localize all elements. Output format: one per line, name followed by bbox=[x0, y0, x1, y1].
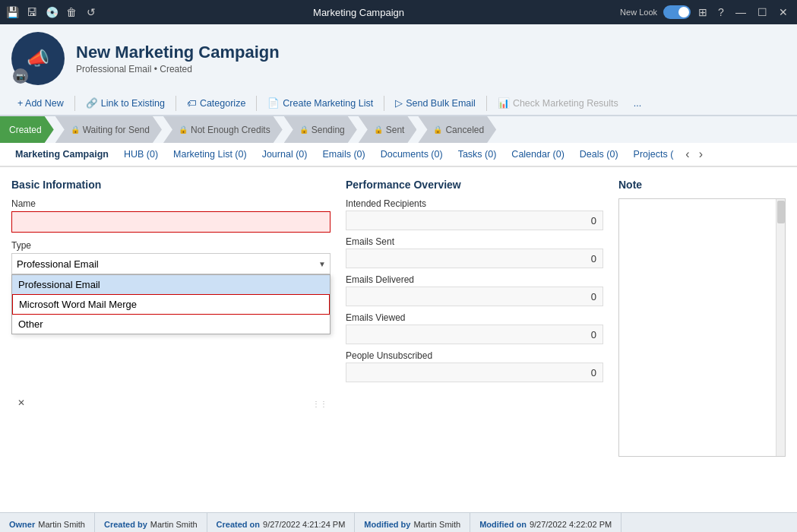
emails-viewed-field: Emails Viewed 0 bbox=[346, 312, 603, 344]
resize-handle-icon[interactable]: ⋮⋮ bbox=[312, 400, 327, 408]
owner-value: Martin Smith bbox=[38, 520, 85, 529]
type-dropdown[interactable]: Professional Email ▼ bbox=[11, 253, 331, 274]
emails-delivered-label: Emails Delivered bbox=[346, 274, 603, 285]
title-bar-right: New Look ⊞ ? — ☐ ✕ bbox=[620, 5, 791, 20]
toolbar-separator-2 bbox=[176, 96, 176, 111]
link-icon: 🔗 bbox=[86, 97, 98, 109]
toolbar-separator-4 bbox=[384, 96, 384, 111]
tab-tasks[interactable]: Tasks (0) bbox=[451, 143, 504, 167]
help-icon[interactable]: ? bbox=[715, 6, 727, 18]
emails-sent-value: 0 bbox=[346, 249, 603, 268]
lock-icon-5: 🔒 bbox=[433, 125, 442, 134]
dropdown-item-word-mail-merge[interactable]: Microsoft Word Mail Merge bbox=[12, 294, 330, 315]
modified-on-label: Modified on bbox=[479, 520, 527, 529]
note-scrollbar-thumb bbox=[777, 201, 785, 223]
status-owner[interactable]: Owner Martin Smith bbox=[0, 513, 95, 532]
dropdown-item-other[interactable]: Other bbox=[12, 315, 330, 334]
floppy-icon[interactable]: 💿 bbox=[46, 6, 58, 18]
workflow-step-waiting[interactable]: 🔒 Waiting for Send bbox=[55, 116, 162, 143]
emails-delivered-field: Emails Delivered 0 bbox=[346, 274, 603, 306]
save-as-icon[interactable]: 🖫 bbox=[26, 6, 38, 18]
created-on-value: 9/27/2022 4:21:24 PM bbox=[263, 520, 345, 529]
emails-sent-field: Emails Sent 0 bbox=[346, 236, 603, 268]
workflow-step-created[interactable]: Created bbox=[0, 116, 54, 143]
status-modified-on[interactable]: Modified on 9/27/2022 4:22:02 PM bbox=[470, 513, 621, 532]
workflow-step-sending[interactable]: 🔒 Sending bbox=[284, 116, 357, 143]
modified-by-label: Modified by bbox=[364, 520, 410, 529]
performance-overview-section: Performance Overview Intended Recipients… bbox=[346, 179, 603, 501]
tab-documents[interactable]: Documents (0) bbox=[373, 143, 451, 167]
performance-overview-title: Performance Overview bbox=[346, 179, 603, 191]
toolbar-separator-5 bbox=[486, 96, 487, 111]
camera-icon[interactable]: 📷 bbox=[13, 68, 28, 84]
tab-journal[interactable]: Journal (0) bbox=[255, 143, 315, 167]
lock-icon-3: 🔒 bbox=[299, 125, 308, 134]
send-icon: ▷ bbox=[395, 97, 403, 109]
save-icon[interactable]: 💾 bbox=[6, 6, 18, 18]
send-bulk-email-button[interactable]: ▷ Send Bulk Email bbox=[389, 94, 482, 112]
type-field: Type Professional Email ▼ Professional E… bbox=[11, 240, 331, 411]
more-button[interactable]: ... bbox=[628, 95, 647, 112]
megaphone-icon: 📣 bbox=[27, 48, 49, 69]
toolbar-separator bbox=[74, 96, 75, 111]
dropdown-item-professional-email[interactable]: Professional Email bbox=[12, 275, 330, 294]
tab-nav-prev[interactable]: ‹ bbox=[681, 144, 694, 164]
categorize-button[interactable]: 🏷 Categorize bbox=[181, 95, 251, 112]
close-button[interactable]: ✕ bbox=[776, 5, 791, 20]
tab-marketing-list[interactable]: Marketing List (0) bbox=[166, 143, 255, 167]
tab-emails[interactable]: Emails (0) bbox=[315, 143, 372, 167]
status-created-on[interactable]: Created on 9/27/2022 4:21:24 PM bbox=[207, 513, 356, 532]
tag-icon: 🏷 bbox=[187, 98, 197, 109]
minimize-button[interactable]: — bbox=[733, 5, 748, 20]
workflow-bar: Created 🔒 Waiting for Send 🔒 Not Enough … bbox=[0, 116, 797, 143]
main-content: Basic Information Name Type Professional… bbox=[0, 167, 797, 512]
note-scrollbar[interactable] bbox=[776, 199, 785, 456]
refresh-icon[interactable]: ↺ bbox=[85, 6, 97, 18]
tab-nav-next[interactable]: › bbox=[694, 144, 707, 164]
tab-projects[interactable]: Projects ( bbox=[626, 143, 682, 167]
check-marketing-results-button[interactable]: 📊 Check Marketing Results bbox=[492, 94, 625, 112]
maximize-button[interactable]: ☐ bbox=[754, 5, 770, 20]
name-input[interactable] bbox=[11, 211, 331, 233]
chevron-down-icon: ▼ bbox=[318, 260, 326, 268]
close-dropdown-icon[interactable]: ✕ bbox=[17, 397, 25, 408]
new-look-toggle[interactable] bbox=[663, 5, 691, 19]
emails-viewed-label: Emails Viewed bbox=[346, 312, 603, 323]
name-label: Name bbox=[11, 198, 331, 209]
created-by-label: Created by bbox=[104, 520, 147, 529]
people-unsubscribed-field: People Unsubscribed 0 bbox=[346, 350, 603, 382]
basic-info-title: Basic Information bbox=[11, 179, 331, 191]
list-icon: 📄 bbox=[267, 97, 280, 109]
owner-label: Owner bbox=[9, 520, 35, 529]
tab-deals[interactable]: Deals (0) bbox=[572, 143, 626, 167]
header-title-area: New Marketing Campaign Professional Emai… bbox=[76, 43, 280, 74]
workflow-step-sent[interactable]: 🔒 Sent bbox=[359, 116, 417, 143]
people-unsubscribed-value: 0 bbox=[346, 363, 603, 382]
tab-calendar[interactable]: Calendar (0) bbox=[504, 143, 571, 167]
status-footer: Owner Martin Smith Created by Martin Smi… bbox=[0, 512, 797, 532]
tab-marketing-campaign[interactable]: Marketing Campaign bbox=[8, 143, 116, 167]
create-marketing-list-button[interactable]: 📄 Create Marketing List bbox=[261, 94, 379, 112]
intended-recipients-value: 0 bbox=[346, 211, 603, 230]
intended-recipients-field: Intended Recipients 0 bbox=[346, 198, 603, 230]
tab-hub[interactable]: HUB (0) bbox=[116, 143, 166, 167]
tabs-bar: Marketing Campaign HUB (0) Marketing Lis… bbox=[0, 143, 797, 167]
type-dropdown-wrapper: Professional Email ▼ Professional Email … bbox=[11, 253, 331, 274]
workflow-step-not-enough-credits[interactable]: 🔒 Not Enough Credits bbox=[163, 116, 283, 143]
note-title: Note bbox=[618, 179, 786, 191]
grid-icon[interactable]: ⊞ bbox=[697, 6, 709, 18]
modified-on-value: 9/27/2022 4:22:02 PM bbox=[530, 520, 612, 529]
trash-icon[interactable]: 🗑 bbox=[65, 6, 77, 18]
page-subtitle: Professional Email • Created bbox=[76, 64, 280, 74]
status-created-by[interactable]: Created by Martin Smith bbox=[95, 513, 207, 532]
workflow-step-label: Waiting for Send bbox=[83, 125, 150, 135]
link-to-existing-button[interactable]: 🔗 Link to Existing bbox=[80, 94, 171, 112]
window-title: Marketing Campaign bbox=[313, 7, 404, 18]
lock-icon: 🔒 bbox=[71, 125, 80, 134]
add-new-button[interactable]: + Add New bbox=[11, 95, 70, 112]
workflow-step-label: Created bbox=[9, 125, 42, 135]
title-bar-controls: 💾 🖫 💿 🗑 ↺ bbox=[6, 6, 97, 18]
lock-icon-2: 🔒 bbox=[179, 125, 188, 134]
status-modified-by[interactable]: Modified by Martin Smith bbox=[355, 513, 470, 532]
workflow-step-canceled[interactable]: 🔒 Canceled bbox=[418, 116, 496, 143]
